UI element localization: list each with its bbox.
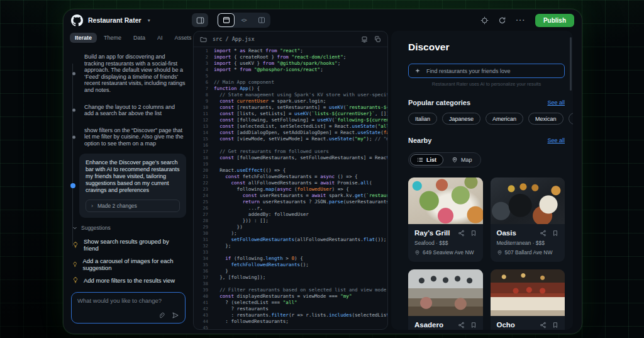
share-icon[interactable] [458,230,465,237]
app-brand[interactable]: Restaurant Rater ▾ [71,14,192,26]
restaurant-name: Oasis [497,229,535,237]
list-view-toggle[interactable]: List [410,154,443,166]
code-text: function App() { [214,86,260,92]
restaurant-card[interactable]: Ocho [491,269,565,330]
line-number: 38 [194,281,214,287]
code-text: import { useKV } from "@github/spark/hoo… [214,60,340,67]
restaurant-card[interactable]: OasisMediterranean · $$$507 Ballard Ave … [491,177,565,262]
tab-theme[interactable]: Theme [99,33,126,43]
code-editor[interactable]: 1import * as React from "react";2import … [194,47,387,329]
line-number: 15 [194,136,214,142]
code-line: 34 if (following.length > 0) { [194,256,387,262]
line-number: 33 [194,249,214,256]
format-icon [361,36,368,43]
format-button[interactable] [361,36,368,43]
code-line: 40 const displayedRestaurants = viewMode… [194,293,387,300]
sidebar-toggle-button[interactable] [192,13,208,27]
bookmark-icon[interactable] [470,322,477,329]
editor-tools [361,36,381,43]
code-line: 13 const [selectedList, setSelectedList]… [194,123,387,130]
attach-button[interactable] [158,312,165,319]
see-all-popular-link[interactable]: See all [547,99,565,106]
code-editor-panel: src / App.jsx 1import * as React from "r… [193,31,388,330]
tab-assets[interactable]: Assets [170,33,197,43]
share-icon[interactable] [540,230,547,237]
prompt-message[interactable]: show filters on the “Discover” page that… [84,127,186,147]
suggestion-item[interactable]: Show search results grouped by friend [72,235,186,254]
prompt-history: Build an app for discovering and trackin… [64,54,193,147]
inspect-target-button[interactable] [480,16,489,25]
restaurant-card[interactable]: Ray’s GrillSeafood · $$$649 Seaview Ave … [408,177,483,262]
prompt-message[interactable]: Change the layout to 2 columns and add a… [84,104,186,117]
code-text: })) : []; [214,218,269,224]
code-line: 38 [194,281,387,287]
line-number: 5 [194,73,214,79]
category-pill-japanese[interactable]: Japanese [442,113,480,125]
code-text: fetchFollowedRestaurants(); [214,262,309,268]
publish-button[interactable]: Publish [535,14,574,27]
category-pill-american[interactable]: American [486,113,523,125]
send-button[interactable] [172,312,179,319]
restaurant-photo [408,269,483,316]
changes-toggle[interactable]: › Made 2 changes [86,200,180,212]
restaurant-cards-grid: Ray’s GrillSeafood · $$$649 Seaview Ave … [408,177,565,330]
code-text: const [following, setFollowing] = useKV(… [214,117,387,123]
suggestions-header[interactable]: Suggestions [72,225,186,231]
code-text: import * from "@phosphor-icons/react"; [214,67,323,73]
timeline-dot [72,135,75,138]
restaurant-photo [408,177,483,224]
preview-view-button[interactable] [218,14,234,26]
chevron-down-icon[interactable]: ▾ [148,18,150,23]
restaurant-name: Ocho [497,321,535,329]
tab-iterate[interactable]: Iterate [70,33,97,43]
tab-data[interactable]: Data [128,33,150,43]
category-pill-mexican[interactable]: Mexican [528,113,564,125]
line-number: 17 [194,149,214,155]
bookmark-icon[interactable] [552,230,558,237]
search-bar[interactable] [408,64,565,78]
tab-ai[interactable]: AI [152,33,168,43]
suggestion-item[interactable]: Add a carousel of images for each sugges… [72,254,186,274]
copy-button[interactable] [374,36,381,43]
address-text: 507 Ballard Ave NW [505,249,553,256]
changes-label: Made 2 changes [97,203,137,209]
line-number: 7 [194,86,214,92]
code-text: const fetchFollowedRestaurants = async (… [214,174,358,180]
suggestion-item[interactable]: Add more filters to the results view [72,274,186,286]
view-controls: <> [192,13,270,28]
code-text: ? restaurants [214,306,269,312]
category-pill-italian[interactable]: Italian [408,113,437,125]
map-view-toggle[interactable]: Map [445,154,479,166]
code-line: 20 React.useEffect(() => { [194,167,387,174]
suggestions-section: Suggestions Show search results grouped … [64,225,193,286]
code-line: 45 [194,325,387,329]
line-number: 16 [194,142,214,149]
line-number: 13 [194,123,214,130]
refresh-button[interactable] [498,16,506,25]
prompt-message[interactable]: Build an app for discovering and trackin… [84,54,186,94]
restaurant-card[interactable]: Asadero [408,269,483,330]
search-input[interactable] [425,67,558,75]
code-line: 41 ? (selectedList === "all" [194,300,387,306]
chat-input-box[interactable] [71,292,186,324]
bookmark-icon[interactable] [470,230,477,237]
category-pill-chinese[interactable]: Chinese [569,113,573,125]
share-icon[interactable] [540,322,547,329]
split-view-button[interactable] [253,14,269,26]
code-line: 14 const [addDialogOpen, setAddDialogOpe… [194,130,387,136]
card-body: OasisMediterranean · $$$507 Ballard Ave … [491,224,565,262]
scrollbar-thumb[interactable] [570,37,572,91]
code-line: 1import * as React from "react"; [194,48,387,54]
code-text: ...r, [214,205,263,211]
more-options-button[interactable]: ··· [516,16,526,24]
active-prompt-card[interactable]: Enhance the Discover page’s search bar w… [79,154,186,218]
code-text: React.useEffect(() => { [214,167,286,174]
line-number: 39 [194,287,214,293]
code-line: 19 [194,161,387,167]
split-view-icon [258,16,265,24]
bookmark-icon[interactable] [552,322,558,329]
restaurant-name: Ray’s Grill [414,229,452,237]
code-view-button[interactable]: <> [236,14,252,26]
share-icon[interactable] [458,322,465,329]
see-all-nearby-link[interactable]: See all [547,137,565,144]
